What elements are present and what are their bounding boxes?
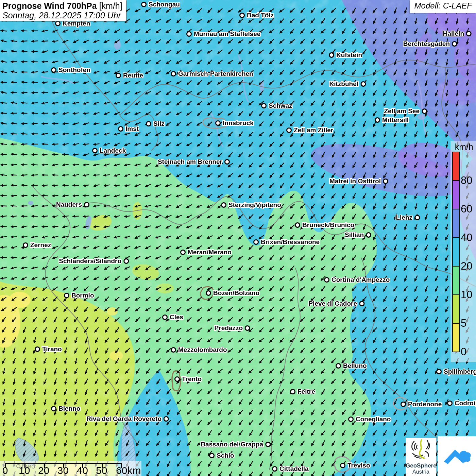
city-marker bbox=[401, 402, 406, 407]
scale-number: 60km bbox=[116, 465, 141, 476]
scale-number: 20 bbox=[38, 465, 49, 476]
city-zernez: Zernez bbox=[23, 241, 51, 249]
city-name: Schongau bbox=[149, 1, 180, 8]
city-name: Berchtesgaden bbox=[403, 40, 450, 48]
city-sonthofen: Sonthofen bbox=[51, 66, 90, 74]
wind-speed-legend: km/h 806040201050 bbox=[451, 141, 476, 362]
city-name: Kufstein bbox=[336, 51, 362, 59]
city-predazzo: Predazzo bbox=[215, 324, 250, 332]
city-pieve-di-cadore: Pieve di Cadore bbox=[308, 300, 364, 307]
city-name: Reutte bbox=[123, 72, 143, 79]
city-feltre: Feltre bbox=[290, 388, 315, 395]
map-title: Prognose Wind 700hPa[km/h] bbox=[2, 1, 123, 11]
city-marker bbox=[51, 67, 56, 73]
city-name: Hallein bbox=[443, 30, 464, 37]
city-sillian: Sillian bbox=[345, 231, 371, 239]
city-marker bbox=[466, 31, 472, 36]
map-title-text: Prognose Wind 700hPa bbox=[2, 1, 97, 11]
city-spilimbergo: Spilimbergo bbox=[436, 368, 476, 375]
city-marker bbox=[221, 202, 226, 208]
city-name: Mezzolombardo bbox=[178, 346, 227, 354]
city-kitzb-hel: Kitzbühel bbox=[329, 80, 366, 88]
city-marker bbox=[447, 401, 453, 406]
city-name: Schwaz bbox=[269, 102, 292, 109]
city-marker bbox=[180, 250, 186, 255]
scale-number: 40 bbox=[77, 465, 88, 476]
legend-label-40: 40 bbox=[461, 232, 472, 244]
city-marker bbox=[245, 325, 250, 331]
city-garmisch-partenkirchen: Garmisch-Partenkirchen bbox=[171, 70, 253, 78]
map-valid-time: Sonntag, 28.12.2025 17:00 Uhr bbox=[2, 11, 123, 20]
city-mittersill: Mittersill bbox=[375, 116, 409, 124]
city-murnau-am-staffelsee: Murnau am Staffelsee bbox=[186, 30, 260, 38]
weather-map-screen: SchongauBad TölzKemptenMurnau am Staffel… bbox=[0, 0, 476, 476]
city-marker bbox=[164, 416, 169, 422]
city-marker bbox=[146, 121, 151, 126]
city-marker bbox=[414, 215, 420, 220]
city-brixen-bressanone: Brixen/Bressanone bbox=[253, 238, 320, 246]
city-marker bbox=[206, 290, 211, 296]
city-name: Lienz bbox=[396, 214, 412, 221]
legend-segment-80 bbox=[452, 152, 460, 181]
city-marker bbox=[118, 126, 123, 132]
legend-label-60: 60 bbox=[461, 203, 472, 215]
city-matrei-in-osttirol: Matrei in Osttirol bbox=[329, 177, 388, 185]
scale-number: 50 bbox=[96, 465, 107, 476]
city-marker bbox=[141, 2, 147, 7]
city-marker bbox=[383, 178, 388, 184]
legend-segment-60 bbox=[452, 180, 460, 209]
city-meran-merano: Meran/Merano bbox=[180, 249, 232, 256]
mountain-cloud-icon bbox=[441, 440, 473, 473]
city-bruneck-brunico: Bruneck/Brunico bbox=[295, 221, 354, 229]
city-mezzolombardo: Mezzolombardo bbox=[171, 346, 227, 354]
city-name: Spilimbergo bbox=[444, 368, 476, 375]
city-name: Bozen/Bolzano bbox=[213, 289, 259, 297]
city-name: Conegliano bbox=[356, 415, 391, 423]
city-marker bbox=[239, 13, 245, 18]
city-marker bbox=[261, 103, 267, 108]
city-imst: Imst bbox=[118, 125, 139, 133]
city-marker bbox=[55, 21, 61, 26]
city-name: Meran/Merano bbox=[188, 249, 232, 256]
city-name: Bassano del Grappa bbox=[201, 441, 263, 448]
geosphere-logo-box: GeoSphere Austria bbox=[406, 438, 436, 476]
city-schongau: Schongau bbox=[141, 1, 180, 8]
city-name: Rovereto bbox=[134, 415, 162, 423]
legend-label-80: 80 bbox=[461, 174, 472, 187]
legend-unit-label: km/h bbox=[455, 142, 473, 152]
city-name: Brixen/Bressanone bbox=[261, 238, 320, 246]
city-marker bbox=[286, 128, 292, 133]
city-marker bbox=[171, 347, 176, 353]
city-marker bbox=[324, 277, 329, 283]
city-name: Bormio bbox=[71, 292, 94, 299]
city-name: Feltre bbox=[298, 388, 315, 395]
city-marker bbox=[162, 314, 168, 320]
city-name: Bad Tölz bbox=[247, 12, 274, 19]
city-marker bbox=[35, 346, 40, 352]
partner-logo-box bbox=[438, 436, 476, 476]
legend-color-bar bbox=[452, 152, 460, 352]
city-belluno: Belluno bbox=[336, 362, 367, 370]
legend-label-20: 20 bbox=[461, 260, 472, 272]
scale-number: 30 bbox=[57, 465, 69, 476]
city-name: Sillian bbox=[345, 231, 364, 239]
city-reutte: Reutte bbox=[116, 72, 143, 79]
city-marker bbox=[116, 73, 121, 78]
city-landeck: Landeck bbox=[92, 147, 126, 154]
city-treviso: Treviso bbox=[340, 462, 370, 469]
city-conegliano: Conegliano bbox=[348, 415, 391, 423]
map-scale-bar: Iseo 0102030405060km bbox=[0, 461, 141, 476]
city-schwaz: Schwaz bbox=[261, 102, 292, 109]
city-marker bbox=[340, 463, 345, 468]
legend-segment-10 bbox=[452, 266, 460, 295]
city-bad-t-lz: Bad Tölz bbox=[239, 12, 274, 19]
city-name: Bienno bbox=[58, 405, 80, 412]
city-marker bbox=[295, 222, 300, 228]
city-marker bbox=[272, 466, 277, 472]
city-name: Schlanders/Silandro bbox=[59, 257, 121, 265]
city-marker bbox=[329, 52, 334, 58]
city-tirano: Tirano bbox=[35, 345, 62, 353]
city-marker bbox=[209, 453, 215, 458]
city-trento: Trento bbox=[174, 375, 202, 383]
city-marker bbox=[171, 71, 176, 76]
